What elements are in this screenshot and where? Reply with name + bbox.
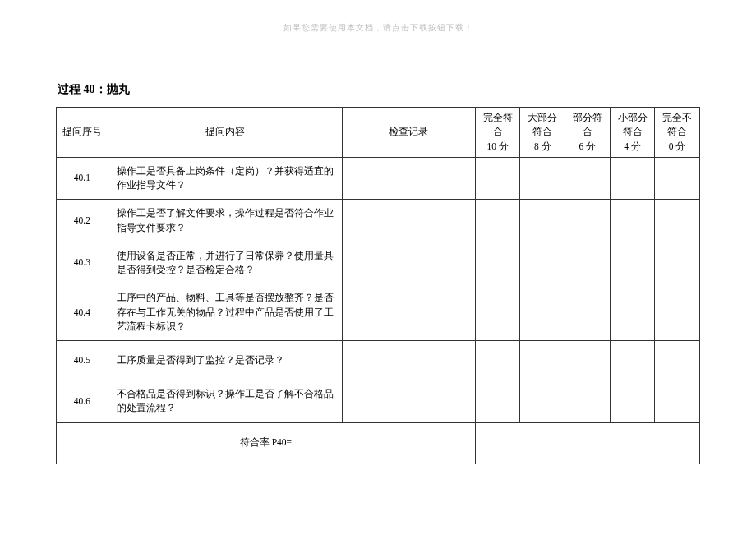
cell-score[interactable] bbox=[520, 242, 565, 284]
table-row: 40.5 工序质量是否得到了监控？是否记录？ bbox=[57, 341, 700, 380]
cell-question: 不合格品是否得到标识？操作工是否了解不合格品的处置流程？ bbox=[108, 380, 342, 423]
cell-question: 使用设备是否正常，并进行了日常保养？使用量具是否得到受控？是否检定合格？ bbox=[108, 242, 342, 284]
cell-score[interactable] bbox=[610, 200, 655, 242]
header-question: 提问内容 bbox=[108, 108, 342, 158]
cell-score[interactable] bbox=[565, 157, 611, 200]
footer-row: 符合率 P40= bbox=[57, 422, 700, 464]
score-points: 4 分 bbox=[615, 140, 650, 154]
cell-score[interactable] bbox=[655, 157, 700, 200]
cell-record[interactable] bbox=[342, 341, 475, 380]
cell-record[interactable] bbox=[342, 200, 475, 242]
header-score-4: 完全不符合 0 分 bbox=[655, 108, 700, 158]
score-points: 0 分 bbox=[660, 140, 694, 154]
table-row: 40.1 操作工是否具备上岗条件（定岗）？并获得适宜的作业指导文件？ bbox=[57, 157, 700, 200]
cell-score[interactable] bbox=[655, 242, 700, 284]
header-row: 提问序号 提问内容 检查记录 完全符合 10 分 大部分符合 8 分 部分符合 … bbox=[57, 108, 700, 158]
header-score-0: 完全符合 10 分 bbox=[475, 108, 520, 158]
table-row: 40.3 使用设备是否正常，并进行了日常保养？使用量具是否得到受控？是否检定合格… bbox=[57, 242, 700, 284]
cell-record[interactable] bbox=[342, 284, 475, 341]
header-score-3: 小部分符合 4 分 bbox=[610, 108, 655, 158]
table-row: 40.2 操作工是否了解文件要求，操作过程是否符合作业指导文件要求？ bbox=[57, 200, 700, 242]
cell-score[interactable] bbox=[520, 157, 565, 200]
score-points: 8 分 bbox=[525, 140, 560, 154]
score-label: 部分符合 bbox=[570, 111, 605, 140]
cell-score[interactable] bbox=[655, 200, 700, 242]
cell-question: 工序中的产品、物料、工具等是否摆放整齐？是否存在与工作无关的物品？过程中产品是否… bbox=[108, 284, 342, 341]
cell-score[interactable] bbox=[475, 380, 520, 423]
cell-seq: 40.4 bbox=[57, 284, 108, 341]
cell-score[interactable] bbox=[610, 242, 655, 284]
cell-score[interactable] bbox=[565, 200, 611, 242]
cell-score[interactable] bbox=[610, 284, 655, 341]
audit-table: 提问序号 提问内容 检查记录 完全符合 10 分 大部分符合 8 分 部分符合 … bbox=[56, 107, 700, 464]
cell-score[interactable] bbox=[475, 157, 520, 200]
cell-score[interactable] bbox=[475, 200, 520, 242]
cell-score[interactable] bbox=[610, 157, 655, 200]
watermark-text: 如果您需要使用本文档，请点击下载按钮下载！ bbox=[284, 22, 473, 34]
cell-record[interactable] bbox=[342, 380, 475, 423]
page-content: 过程 40：抛丸 提问序号 提问内容 检查记录 完全符合 10 分 大部分符合 … bbox=[0, 0, 756, 464]
cell-seq: 40.5 bbox=[57, 341, 108, 380]
header-record: 检查记录 bbox=[342, 108, 475, 158]
cell-record[interactable] bbox=[342, 242, 475, 284]
cell-score[interactable] bbox=[655, 341, 700, 380]
score-label: 小部分符合 bbox=[615, 111, 650, 140]
cell-score[interactable] bbox=[565, 284, 611, 341]
cell-score[interactable] bbox=[610, 380, 655, 423]
cell-score[interactable] bbox=[520, 284, 565, 341]
cell-score[interactable] bbox=[565, 380, 611, 423]
cell-score[interactable] bbox=[565, 341, 611, 380]
cell-question: 操作工是否了解文件要求，操作过程是否符合作业指导文件要求？ bbox=[108, 200, 342, 242]
cell-score[interactable] bbox=[475, 341, 520, 380]
score-points: 6 分 bbox=[570, 140, 605, 154]
cell-seq: 40.6 bbox=[57, 380, 108, 423]
cell-score[interactable] bbox=[565, 242, 611, 284]
cell-score[interactable] bbox=[475, 242, 520, 284]
header-seq: 提问序号 bbox=[57, 108, 108, 158]
score-label: 大部分符合 bbox=[525, 111, 560, 140]
cell-seq: 40.3 bbox=[57, 242, 108, 284]
compliance-rate-label: 符合率 P40= bbox=[57, 422, 476, 464]
cell-score[interactable] bbox=[475, 284, 520, 341]
header-score-2: 部分符合 6 分 bbox=[565, 108, 611, 158]
table-row: 40.4 工序中的产品、物料、工具等是否摆放整齐？是否存在与工作无关的物品？过程… bbox=[57, 284, 700, 341]
compliance-rate-value[interactable] bbox=[475, 422, 699, 464]
score-label: 完全不符合 bbox=[660, 111, 694, 140]
score-points: 10 分 bbox=[481, 140, 515, 154]
table-row: 40.6 不合格品是否得到标识？操作工是否了解不合格品的处置流程？ bbox=[57, 380, 700, 423]
cell-score[interactable] bbox=[520, 341, 565, 380]
cell-score[interactable] bbox=[520, 200, 565, 242]
cell-score[interactable] bbox=[520, 380, 565, 423]
header-score-1: 大部分符合 8 分 bbox=[520, 108, 565, 158]
cell-seq: 40.2 bbox=[57, 200, 108, 242]
cell-question: 操作工是否具备上岗条件（定岗）？并获得适宜的作业指导文件？ bbox=[108, 157, 342, 200]
score-label: 完全符合 bbox=[481, 111, 515, 140]
cell-score[interactable] bbox=[655, 284, 700, 341]
cell-seq: 40.1 bbox=[57, 157, 108, 200]
cell-record[interactable] bbox=[342, 157, 475, 200]
cell-score[interactable] bbox=[655, 380, 700, 423]
section-title: 过程 40：抛丸 bbox=[56, 82, 700, 97]
cell-question: 工序质量是否得到了监控？是否记录？ bbox=[108, 341, 342, 380]
cell-score[interactable] bbox=[610, 341, 655, 380]
